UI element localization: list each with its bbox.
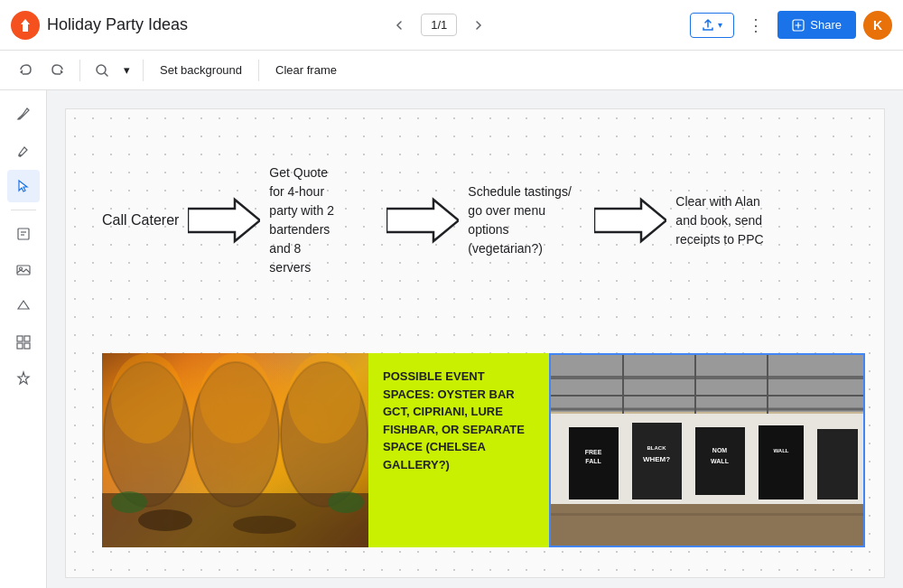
svg-rect-45: [817, 429, 858, 499]
flow-arrow-2: [386, 189, 459, 252]
svg-rect-7: [17, 336, 23, 341]
note-tool-icon[interactable]: [7, 218, 40, 250]
flow-arrow-1-label: Get Quotefor 4-hourparty with 2bartender…: [269, 163, 377, 277]
share-button[interactable]: Share: [777, 11, 856, 39]
flow-arrow-1: [188, 189, 260, 252]
toolbar: ▾ Set background Clear frame: [0, 51, 903, 90]
svg-text:WALL: WALL: [711, 458, 730, 464]
flow-arrow-3-label: Clear with Alanand book, sendreceipts to…: [675, 192, 793, 249]
sidebar: [0, 90, 47, 588]
document-title[interactable]: Holiday Party Ideas: [47, 15, 188, 34]
zoom-icon[interactable]: [88, 56, 116, 85]
header: Holiday Party Ideas 1/1 ▾ ⋮ Share K: [0, 0, 903, 51]
svg-text:BLACK: BLACK: [647, 445, 667, 451]
golden-hall-photo: [102, 353, 368, 547]
svg-point-22: [288, 353, 360, 443]
svg-text:WHEM?: WHEM?: [643, 455, 670, 463]
zoom-dropdown-arrow[interactable]: ▾: [118, 60, 135, 80]
divider-1: [79, 60, 80, 81]
svg-marker-13: [594, 200, 666, 241]
canvas[interactable]: Call Caterer Get Quotefor 4-hourparty wi…: [65, 108, 885, 578]
flow-step-1: Call Caterer: [102, 212, 179, 229]
select-tool-icon[interactable]: [7, 170, 40, 202]
svg-rect-33: [551, 513, 865, 516]
flow-diagram: Call Caterer Get Quotefor 4-hourparty wi…: [102, 163, 793, 277]
prev-slide-button[interactable]: [385, 11, 414, 40]
svg-point-20: [111, 353, 183, 443]
svg-rect-32: [551, 504, 865, 547]
next-slide-button[interactable]: [464, 11, 493, 40]
svg-rect-8: [24, 336, 30, 341]
svg-text:FREE: FREE: [585, 449, 602, 455]
user-avatar[interactable]: K: [863, 11, 892, 40]
svg-text:FALL: FALL: [585, 458, 601, 464]
svg-rect-10: [24, 343, 30, 349]
undo-button[interactable]: [11, 56, 40, 85]
sidebar-divider-1: [11, 210, 36, 210]
set-background-button[interactable]: Set background: [151, 60, 251, 80]
highlight-tool-icon[interactable]: [7, 134, 40, 166]
pen-tool-icon[interactable]: [7, 98, 40, 130]
flow-arrow-3: [594, 189, 666, 252]
canvas-container[interactable]: Call Caterer Get Quotefor 4-hourparty wi…: [47, 90, 903, 588]
shape-tool-icon[interactable]: [7, 290, 40, 322]
zoom-control[interactable]: ▾: [88, 56, 135, 85]
svg-text:NOM: NOM: [712, 447, 728, 453]
upload-dropdown-arrow: ▾: [718, 20, 722, 30]
app-logo: [11, 11, 40, 40]
sticky-note[interactable]: POSSIBLE EVENT SPACES: OYSTER BAR GCT, C…: [368, 353, 549, 547]
svg-marker-12: [386, 200, 459, 241]
clear-frame-button[interactable]: Clear frame: [266, 60, 346, 80]
svg-rect-9: [17, 343, 23, 349]
svg-point-24: [328, 491, 364, 513]
divider-3: [258, 60, 259, 81]
redo-button[interactable]: [43, 56, 72, 85]
svg-text:WALL: WALL: [774, 448, 789, 453]
svg-rect-5: [17, 266, 30, 275]
svg-point-23: [111, 491, 147, 513]
svg-rect-2: [18, 229, 29, 239]
flow-arrow-2-label: Schedule tastings/go over menuoptions(ve…: [468, 182, 585, 258]
slide-indicator: 1/1: [421, 14, 457, 36]
main-area: Call Caterer Get Quotefor 4-hourparty wi…: [0, 90, 903, 588]
magic-tool-icon[interactable]: [7, 362, 40, 395]
divider-2: [143, 60, 144, 81]
svg-point-19: [233, 516, 296, 534]
upload-button[interactable]: ▾: [690, 13, 734, 38]
svg-rect-43: [759, 425, 804, 499]
more-options-button[interactable]: ⋮: [741, 11, 770, 40]
gallery-photo: FREE FALL BLACK WHEM? NOM WALL WALL: [549, 353, 865, 547]
svg-marker-11: [188, 200, 260, 241]
share-label: Share: [810, 18, 842, 32]
image-tool-icon[interactable]: [7, 254, 40, 286]
svg-point-18: [138, 509, 192, 531]
frame-tool-icon[interactable]: [7, 326, 40, 359]
svg-point-21: [200, 353, 272, 443]
